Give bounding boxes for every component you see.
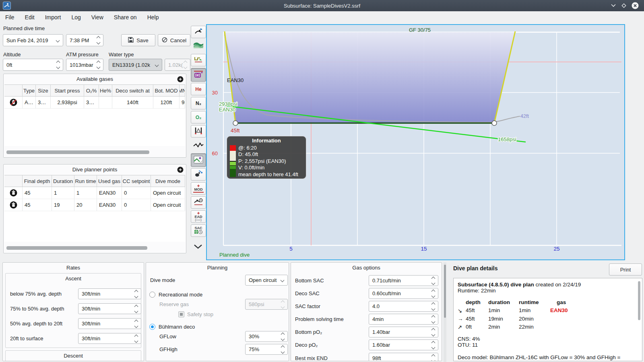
menu-log[interactable]: Log — [71, 14, 80, 21]
table-row[interactable]: 45 1 1 EAN30 0 Open circuit — [4, 187, 185, 199]
spinner-arrows[interactable] — [135, 335, 138, 342]
dc-ceiling-button[interactable] — [191, 168, 206, 181]
column-header-delete[interactable] — [4, 175, 23, 187]
spinner-arrows[interactable] — [135, 320, 138, 327]
gases-horizontal-scrollbar[interactable] — [6, 150, 149, 154]
add-gas-button[interactable] — [177, 76, 184, 82]
ascent-rate-spinner-4[interactable]: 30ft/min — [78, 333, 141, 344]
he-graph-button[interactable]: He — [191, 83, 206, 95]
add-point-button[interactable] — [177, 167, 184, 173]
gas-deco-switch[interactable]: 140ft — [112, 97, 153, 109]
point-used-gas[interactable]: EAN30 — [97, 187, 122, 199]
deco-sac-spinner[interactable]: 0.60cuft/min — [369, 288, 438, 299]
ascent-rate-spinner-2[interactable]: 30ft/min — [78, 303, 141, 314]
save-button[interactable]: Save — [121, 34, 155, 46]
print-button[interactable]: Print — [609, 263, 642, 276]
column-header[interactable]: Run time — [74, 175, 97, 187]
point-dive-mode[interactable]: Open circuit — [151, 199, 185, 211]
column-header[interactable]: Dive mode — [151, 175, 185, 187]
close-icon[interactable] — [631, 2, 639, 10]
point-cc-setpoint[interactable]: 0 — [122, 199, 151, 211]
gas-bottom-mod[interactable]: 120ft — [153, 97, 180, 109]
point-final-depth[interactable]: 45 — [23, 187, 52, 199]
column-header[interactable]: Used gas — [97, 175, 122, 187]
bottom-sac-spinner[interactable]: 0.71cuft/min — [369, 275, 438, 286]
column-header[interactable]: MN — [180, 85, 185, 97]
point-used-gas[interactable]: EAN30 — [97, 199, 122, 211]
column-header[interactable]: O₂% — [84, 85, 99, 97]
ascent-rate-spinner-3[interactable]: 30ft/min — [78, 318, 141, 329]
toolbar-more-button[interactable] — [193, 244, 204, 252]
photos-toggle-button[interactable] — [191, 153, 206, 167]
menu-import[interactable]: Import — [45, 14, 61, 21]
recreational-mode-radio[interactable] — [149, 292, 155, 298]
n2-graph-button[interactable]: N₂ — [191, 97, 206, 109]
point-run-time[interactable]: 1 — [74, 187, 97, 199]
sac-factor-spinner[interactable]: 4.0 — [369, 301, 438, 312]
water-type-combo[interactable]: EN13319 (1.02k — [109, 59, 162, 71]
dive-plan-notes[interactable]: Subsurface (4.8.5.0) dive plan created o… — [453, 278, 642, 361]
point-cc-setpoint[interactable]: 0 — [122, 187, 151, 199]
point-final-depth[interactable]: 45 — [23, 199, 52, 211]
spinner-arrows[interactable] — [281, 333, 284, 340]
ruler-button[interactable] — [191, 54, 206, 66]
column-header[interactable]: Duration — [52, 175, 74, 187]
ceiling-toggle-button[interactable] — [191, 68, 206, 82]
spinner-arrows[interactable] — [432, 290, 435, 297]
deco-po2-spinner[interactable]: 1.60bar — [369, 339, 438, 350]
spinner-arrows[interactable] — [97, 37, 100, 44]
gfhigh-spinner[interactable]: 75% — [245, 344, 288, 355]
gas-mnd[interactable]: 98f — [180, 97, 185, 109]
delete-point-icon[interactable] — [4, 199, 23, 211]
gas-o2[interactable]: 3… — [84, 97, 99, 109]
point-duration[interactable]: 1 — [52, 187, 74, 199]
heart-rate-button[interactable] — [191, 139, 206, 152]
column-header[interactable]: Start press — [51, 85, 84, 97]
titlebar[interactable]: Subsurface: SampleDivesV2.ssrf — [0, 0, 644, 12]
spinner-arrows[interactable] — [432, 277, 435, 284]
cancel-button[interactable]: Cancel — [158, 34, 190, 46]
point-run-time[interactable]: 20 — [74, 199, 97, 211]
gas-size[interactable]: 3… — [36, 97, 51, 109]
problem-time-spinner[interactable]: 4min — [369, 314, 438, 325]
minimize-icon[interactable] — [609, 2, 617, 10]
menu-edit[interactable]: Edit — [25, 14, 35, 21]
mod-button[interactable]: MOD — [191, 182, 206, 195]
spinner-arrows[interactable] — [432, 341, 435, 349]
ead-button[interactable]: EAD (•••) — [191, 210, 206, 223]
menu-view[interactable]: View — [91, 14, 103, 21]
atm-pressure-spinner[interactable]: 1013mbar — [66, 59, 103, 71]
points-horizontal-scrollbar[interactable] — [6, 246, 147, 250]
spinner-arrows[interactable] — [432, 329, 435, 336]
waypoint-handle[interactable] — [233, 121, 238, 125]
column-header[interactable]: Final depth — [23, 175, 52, 187]
vpmb-deco-radio[interactable] — [149, 361, 155, 361]
best-mix-end-spinner[interactable]: 98ft — [369, 353, 438, 361]
ndl-button[interactable] — [191, 196, 206, 209]
sac-button[interactable]: SAC — [191, 224, 206, 237]
spinner-arrows[interactable] — [432, 355, 435, 362]
bottom-po2-spinner[interactable]: 1.40bar — [369, 327, 438, 337]
gflow-spinner[interactable]: 30% — [245, 331, 288, 342]
tissues-button[interactable] — [191, 125, 206, 138]
panel-splitter-scrollbar[interactable] — [444, 262, 446, 362]
spinner-arrows[interactable] — [135, 290, 138, 298]
ascent-rate-spinner-1[interactable]: 30ft/min — [78, 288, 141, 299]
table-row[interactable]: 45 19 20 EAN30 0 Open circuit — [4, 199, 185, 211]
dive-time-spinner[interactable]: 7:38 PM — [66, 34, 103, 46]
altitude-spinner[interactable]: 0ft — [3, 59, 63, 71]
menu-share-on[interactable]: Share on — [114, 14, 137, 21]
waypoint-handle[interactable] — [492, 121, 497, 125]
buhlmann-deco-radio[interactable] — [149, 324, 155, 330]
maximize-icon[interactable] — [620, 2, 628, 10]
column-header[interactable]: Type — [23, 85, 36, 97]
spinner-arrows[interactable] — [135, 305, 138, 313]
spinner-arrows[interactable] — [281, 346, 284, 353]
spinner-arrows[interactable] — [57, 61, 60, 68]
point-dive-mode[interactable]: Open circuit — [151, 187, 185, 199]
table-row[interactable]: A… 3… 2,938psi 3… 140ft 120ft 98f — [4, 97, 185, 109]
water-type-button[interactable] — [191, 40, 206, 52]
scale-graph-button[interactable] — [191, 26, 206, 38]
menu-file[interactable]: File — [5, 14, 14, 21]
column-header[interactable]: CC setpoint — [122, 175, 151, 187]
